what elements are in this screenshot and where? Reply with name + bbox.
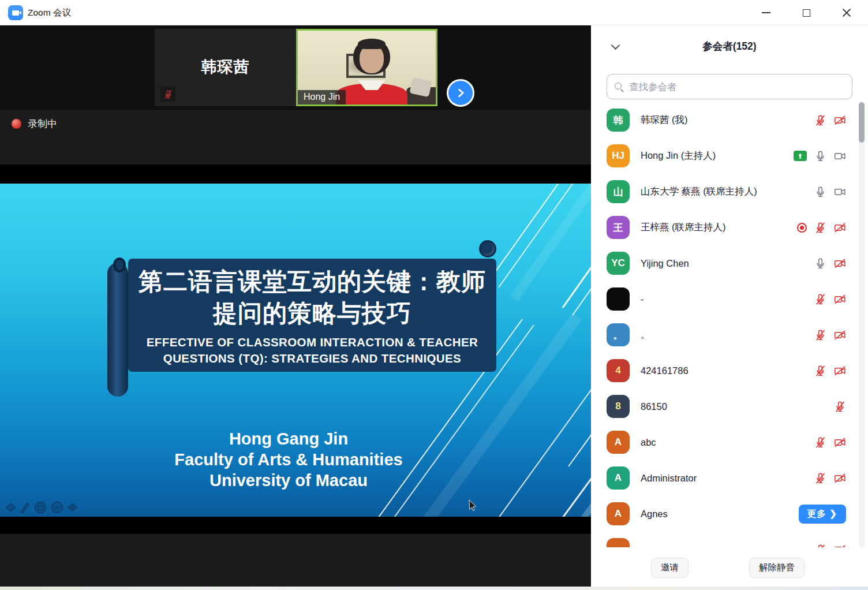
participant-status-icons — [814, 257, 846, 270]
mic-muted-icon — [814, 293, 826, 305]
camera-muted-icon — [834, 436, 846, 449]
minimize-icon — [762, 12, 770, 13]
search-icon — [614, 82, 624, 92]
participant-status-icons — [814, 114, 846, 126]
camera-on-icon — [834, 150, 846, 162]
search-input[interactable] — [629, 81, 845, 92]
unmute-all-button[interactable]: 解除静音 — [749, 558, 805, 578]
participant-name: Administrator — [641, 473, 814, 484]
author-faculty: Faculty of Arts & Humanities — [87, 449, 491, 470]
title-banner: 第二语言课堂互动的关键：教师 提问的策略与技巧 EFFECTIVE OF CLA… — [128, 259, 496, 372]
participant-row[interactable]: YC Yijing Chen — [591, 245, 868, 281]
camera-muted-icon — [834, 114, 846, 126]
participant-avatar: A — [607, 502, 630, 525]
next-slide-icon[interactable] — [67, 501, 80, 514]
camera-muted-icon — [834, 329, 846, 341]
maximize-button[interactable] — [793, 0, 820, 25]
mouse-cursor — [469, 500, 478, 513]
scrollbar-thumb[interactable] — [859, 102, 865, 143]
participant-row[interactable]: 山 山东大学 蔡燕 (联席主持人) — [591, 174, 868, 210]
participant-status-icons — [834, 401, 846, 413]
mic-on-icon — [814, 186, 826, 198]
minimize-button[interactable] — [753, 0, 779, 25]
participant-row[interactable]: 韩 韩琛茜 (我) — [591, 102, 868, 138]
participant-status-icons — [794, 150, 846, 162]
participant-search-box — [607, 74, 852, 99]
zoom-app-icon — [8, 5, 23, 20]
tile-mic-muted-icon — [160, 87, 175, 102]
slide-author-block: Hong Gang Jin Faculty of Arts & Humaniti… — [87, 428, 491, 491]
participant-name: Yijing Chen — [641, 258, 814, 269]
participant-row[interactable] — [591, 532, 868, 547]
participant-row[interactable]: HJ Hong Jin (主持人) — [591, 138, 868, 174]
mic-muted-icon — [814, 365, 826, 377]
participant-row[interactable]: A Agnes 更多 ❯ — [591, 496, 868, 532]
mic-on-icon — [814, 257, 826, 270]
mic-muted-icon — [814, 436, 826, 449]
participant-row[interactable]: - — [591, 281, 868, 317]
video-strip: 韩琛茜 Hong Jin — [0, 25, 591, 110]
titlebar: Zoom 会议 — [0, 0, 868, 25]
participant-status-icons — [814, 472, 846, 484]
mic-muted-icon — [814, 472, 826, 484]
participant-name: 86150 — [641, 401, 834, 412]
invite-button[interactable]: 邀请 — [651, 558, 689, 578]
participant-name: - — [641, 294, 814, 305]
mic-muted-icon — [834, 401, 846, 413]
video-tile-active-speaker[interactable]: Hong Jin — [296, 29, 437, 106]
panel-footer: 邀请 解除静音 — [591, 547, 868, 587]
active-speaker-label: Hong Jin — [298, 90, 346, 104]
participant-status-icons — [814, 293, 846, 305]
participant-list: 韩 韩琛茜 (我) HJ Hong Jin (主持人) 山 山东大学 蔡燕 (联… — [591, 102, 868, 547]
mic-muted-icon — [814, 329, 826, 341]
chevron-right-icon — [455, 87, 466, 99]
participant-row[interactable]: 王 王梓燕 (联席主持人) — [591, 210, 868, 245]
slide-subtitle-en: EFFECTIVE OF CLASSROOM INTERACTION & TEA… — [128, 334, 496, 350]
more-options-icon[interactable] — [50, 501, 64, 514]
slide-display-icon[interactable] — [33, 501, 47, 514]
recording-dot-icon — [12, 119, 21, 129]
participants-header: 参会者(152) — [591, 25, 868, 69]
participant-row[interactable]: 。 。 — [591, 317, 868, 353]
scroll-banner-knob — [479, 240, 496, 257]
participant-row[interactable]: 8 86150 — [591, 389, 868, 424]
previous-slide-icon[interactable] — [3, 501, 16, 514]
participant-status-icons: 更多 ❯ — [799, 505, 846, 524]
participant-name-overlay: 韩琛茜 — [155, 57, 296, 77]
recording-status-icon — [797, 223, 807, 233]
mic-muted-icon — [814, 222, 826, 234]
participant-row[interactable]: A Administrator — [591, 460, 868, 496]
participants-title: 参会者(152) — [591, 39, 868, 53]
participant-status-icons — [814, 329, 846, 341]
next-videos-button[interactable] — [447, 79, 474, 107]
presenter-toolbar — [3, 501, 80, 514]
recording-indicator: 录制中 — [12, 117, 57, 130]
participant-name: 山东大学 蔡燕 (联席主持人) — [641, 185, 814, 198]
participant-name: Agnes — [641, 509, 799, 520]
participant-avatar — [607, 538, 630, 547]
screen-share-icon — [794, 151, 807, 161]
participant-status-icons — [797, 222, 846, 234]
camera-muted-icon — [834, 293, 846, 305]
participant-row[interactable]: A abc — [591, 424, 868, 460]
participant-name: 韩琛茜 (我) — [641, 114, 814, 126]
pen-tool-icon[interactable] — [19, 501, 31, 514]
scrollbar-track[interactable] — [859, 102, 865, 547]
zoom-window: Zoom 会议 韩琛茜 Hong Jin — [0, 0, 868, 590]
participant-name: abc — [641, 437, 814, 448]
maximize-icon — [803, 9, 810, 17]
window-title: Zoom 会议 — [28, 0, 71, 25]
participant-avatar: 王 — [607, 216, 630, 239]
camera-muted-icon — [834, 222, 846, 234]
recording-label: 录制中 — [28, 117, 57, 130]
author-name: Hong Gang Jin — [87, 428, 491, 449]
scroll-banner-roll — [107, 263, 128, 397]
more-button[interactable]: 更多 ❯ — [799, 505, 846, 524]
slide-subtitle-en: QUESTIONS (TQ): STRATEGIES AND TECHNIQUE… — [128, 350, 496, 366]
video-tile-muted-participant[interactable]: 韩琛茜 — [155, 29, 296, 106]
camera-glyph — [12, 10, 19, 16]
participant-avatar — [607, 287, 630, 311]
close-button[interactable] — [833, 0, 860, 25]
participant-avatar: A — [607, 431, 630, 454]
participant-row[interactable]: 4 424161786 — [591, 353, 868, 389]
